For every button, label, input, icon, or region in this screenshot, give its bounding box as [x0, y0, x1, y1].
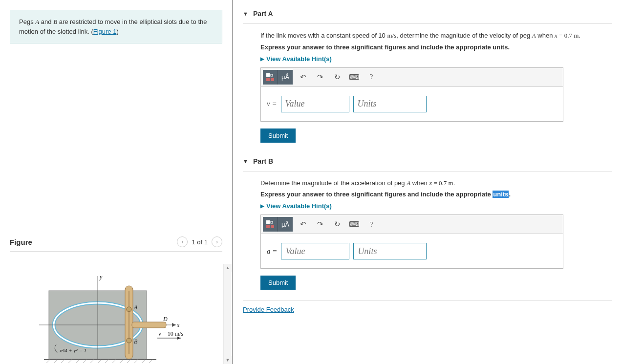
part-b-answer-row: a = [261, 234, 563, 268]
figure-link[interactable]: Figure 1 [93, 28, 117, 35]
svg-line-22 [127, 360, 130, 363]
svg-line-25 [149, 360, 152, 363]
svg-line-23 [134, 360, 138, 363]
svg-line-11 [46, 360, 50, 363]
figure-panel: Figure ‹ 1 of 1 › [10, 236, 222, 364]
svg-line-19 [105, 360, 108, 363]
redo-icon[interactable]: ↷ [313, 70, 327, 84]
fig-eq-label: x²⁄4 + y² = 1 [59, 347, 86, 353]
keyboard-icon[interactable]: ⌨ [347, 217, 361, 231]
svg-rect-33 [266, 220, 270, 224]
svg-line-15 [76, 360, 79, 363]
keyboard-icon[interactable]: ⌨ [347, 70, 361, 84]
svg-point-9 [127, 338, 131, 343]
svg-line-24 [142, 360, 145, 363]
svg-rect-7 [132, 322, 166, 328]
problem-text-suffix: ) [116, 28, 118, 35]
scroll-up-icon[interactable]: ▲ [224, 264, 232, 272]
svg-rect-32 [271, 78, 274, 81]
units-icon[interactable]: μÅ [278, 217, 293, 232]
part-b-question: Determine the magnitude of the accelerat… [260, 178, 612, 188]
fig-b-label: B [134, 338, 138, 345]
part-b-units-input[interactable] [353, 243, 427, 259]
problem-statement: Pegs A and B are restricted to move in t… [10, 10, 222, 43]
part-a-value-input[interactable] [281, 96, 349, 112]
figure-image: y x A B D v = 10 m/s x²⁄4 + y² = 1 [10, 257, 222, 364]
part-b-submit-button[interactable]: Submit [260, 276, 296, 290]
template-icon[interactable] [263, 70, 278, 85]
fig-a-label: A [133, 304, 138, 311]
part-b-header[interactable]: ▼ Part B [243, 152, 612, 170]
svg-line-13 [61, 360, 64, 363]
caret-down-icon: ▼ [243, 158, 248, 164]
svg-rect-31 [266, 78, 270, 81]
peg-b-label: B [53, 18, 57, 25]
provide-feedback-link[interactable]: Provide Feedback [243, 303, 294, 313]
part-a-answer-row: v = [261, 87, 563, 121]
right-column: ▼ Part A If the link moves with a consta… [233, 0, 622, 364]
answer-toolbar: μÅ ↶ ↷ ↻ ⌨ ? [261, 68, 563, 87]
reset-icon[interactable]: ↻ [330, 70, 344, 84]
figure-pager: 1 of 1 [192, 238, 208, 246]
part-a-hints-link[interactable]: View Available Hint(s) [260, 55, 332, 63]
scroll-down-icon[interactable]: ▼ [224, 356, 232, 364]
part-a-question: If the link moves with a constant speed … [260, 31, 612, 41]
part-a-units-input[interactable] [353, 96, 427, 112]
part-b-hints-link[interactable]: View Available Hint(s) [260, 202, 332, 210]
fig-d-label: D [163, 316, 168, 322]
fig-x-label: x [176, 321, 180, 328]
units-icon[interactable]: μÅ [278, 70, 293, 85]
part-a-instruction: Express your answer to three significant… [260, 43, 612, 51]
problem-text-mid1: and [39, 18, 53, 25]
undo-icon[interactable]: ↶ [296, 217, 310, 231]
svg-marker-26 [172, 323, 176, 327]
part-b-answer-box: μÅ ↶ ↷ ↻ ⌨ ? a = [260, 214, 563, 269]
svg-rect-30 [271, 74, 273, 76]
svg-rect-34 [271, 221, 273, 223]
part-b-title: Part B [253, 157, 273, 165]
part-a-title: Part A [253, 10, 273, 18]
problem-text-prefix: Pegs [19, 18, 35, 25]
svg-line-14 [68, 360, 72, 363]
figure-scrollbar[interactable]: ▲ ▼ [223, 264, 231, 364]
svg-line-18 [98, 360, 101, 363]
part-a-submit-button[interactable]: Submit [260, 128, 296, 143]
part-b-var-label: a = [267, 247, 277, 256]
reset-icon[interactable]: ↻ [330, 217, 344, 231]
part-a-answer-box: μÅ ↶ ↷ ↻ ⌨ ? v = [260, 67, 563, 122]
part-a-body: If the link moves with a constant speed … [243, 26, 612, 152]
caret-down-icon: ▼ [243, 11, 248, 17]
help-icon[interactable]: ? [365, 70, 378, 84]
svg-rect-35 [266, 225, 270, 228]
svg-rect-36 [271, 225, 274, 228]
left-column: Pegs A and B are restricted to move in t… [0, 0, 233, 364]
figure-nav: ‹ 1 of 1 › [177, 236, 222, 247]
fig-v-label: v = 10 m/s [158, 330, 183, 337]
answer-toolbar: μÅ ↶ ↷ ↻ ⌨ ? [261, 215, 563, 234]
part-b-instruction: Express your answer to three significant… [260, 191, 612, 198]
part-a-header[interactable]: ▼ Part A [243, 5, 612, 22]
figure-prev-button[interactable]: ‹ [177, 236, 188, 247]
fig-y-label: y [99, 274, 103, 280]
part-b-body: Determine the magnitude of the accelerat… [243, 173, 612, 300]
svg-rect-29 [266, 73, 270, 77]
part-a-var-label: v = [267, 100, 277, 108]
svg-line-20 [112, 360, 116, 363]
svg-line-21 [120, 360, 123, 363]
figure-next-button[interactable]: › [212, 236, 222, 247]
help-icon[interactable]: ? [365, 217, 378, 231]
redo-icon[interactable]: ↷ [313, 217, 327, 231]
svg-line-12 [54, 360, 57, 363]
svg-point-8 [127, 307, 131, 312]
svg-line-17 [90, 360, 94, 363]
highlighted-word: units [493, 191, 509, 198]
figure-title: Figure [10, 238, 32, 246]
template-icon[interactable] [263, 217, 278, 232]
peg-a-label: A [35, 18, 39, 25]
svg-line-16 [83, 360, 86, 363]
part-b-value-input[interactable] [281, 243, 349, 259]
undo-icon[interactable]: ↶ [296, 70, 310, 84]
figure-header: Figure ‹ 1 of 1 › [10, 236, 222, 252]
